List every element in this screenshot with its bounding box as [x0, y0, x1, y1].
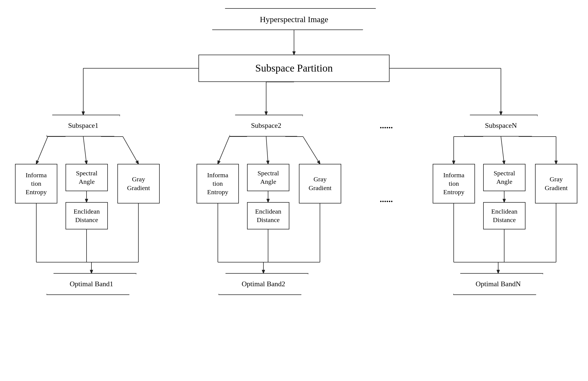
subspace-partition-label: Subspace Partition — [255, 61, 333, 75]
ellipses-subspace: ...... — [366, 117, 407, 134]
ellipses-subspace-label: ...... — [380, 120, 393, 131]
info-entropy1-node: InformationEntropy — [15, 164, 57, 203]
spectral-angle2-label: SpectralAngle — [257, 169, 279, 186]
euclidean1-label: EnclideanDistance — [74, 207, 100, 224]
euclideanN-label: EnclideanDistance — [491, 207, 518, 224]
optimal-band1-node: Optimal Band1 — [46, 273, 136, 295]
diagram: Hyperspectral Image Subspace Partition S… — [0, 0, 588, 381]
optimal-bandN-node: Optimal BandN — [453, 273, 543, 295]
info-entropy1-label: InformationEntropy — [26, 171, 47, 197]
subspaceN-node: SubspaceN — [464, 115, 538, 137]
info-entropy2-label: InformationEntropy — [207, 171, 228, 197]
subspace1-node: Subspace1 — [46, 115, 120, 137]
subspace2-label: Subspace2 — [251, 121, 281, 130]
spectral-angle1-label: SpectralAngle — [76, 169, 97, 186]
subspaceN-label: SubspaceN — [485, 121, 517, 130]
svg-line-11 — [123, 137, 138, 164]
svg-line-21 — [501, 137, 504, 164]
ellipses-middle-label: ...... — [380, 194, 393, 205]
gray-gradientN-node: GrayGradient — [535, 164, 577, 203]
euclidean1-node: EnclideanDistance — [66, 202, 108, 229]
svg-line-17 — [303, 137, 320, 164]
svg-line-9 — [83, 137, 87, 164]
spectral-angle1-node: SpectralAngle — [66, 164, 108, 191]
optimal-band2-label: Optimal Band2 — [242, 279, 285, 289]
subspace1-label: Subspace1 — [68, 121, 98, 130]
subspace2-node: Subspace2 — [229, 115, 303, 137]
info-entropyN-node: InformationEntropy — [433, 164, 475, 203]
spectral-angleN-label: SpectralAngle — [494, 169, 515, 186]
hyperspectral-image-node: Hyperspectral Image — [212, 8, 376, 30]
subspace-partition-node: Subspace Partition — [198, 55, 390, 82]
info-entropy2-node: InformationEntropy — [197, 164, 239, 203]
optimal-band1-label: Optimal Band1 — [70, 279, 113, 289]
info-entropyN-label: InformationEntropy — [443, 171, 464, 197]
optimal-bandN-label: Optimal BandN — [476, 279, 521, 289]
gray-gradient2-node: GrayGradient — [299, 164, 341, 203]
euclidean2-node: EnclideanDistance — [247, 202, 289, 229]
euclidean2-label: EnclideanDistance — [255, 207, 281, 224]
ellipses-middle: ...... — [366, 191, 407, 208]
svg-line-14 — [218, 137, 229, 164]
spectral-angleN-node: SpectralAngle — [483, 164, 525, 191]
gray-gradient2-label: GrayGradient — [309, 175, 332, 192]
hyperspectral-image-label: Hyperspectral Image — [260, 14, 328, 25]
optimal-band2-node: Optimal Band2 — [218, 273, 308, 295]
gray-gradient1-node: GrayGradient — [117, 164, 160, 203]
gray-gradient1-label: GrayGradient — [127, 175, 150, 192]
spectral-angle2-node: SpectralAngle — [247, 164, 289, 191]
svg-line-15 — [266, 137, 268, 164]
svg-line-8 — [36, 137, 48, 164]
gray-gradientN-label: GrayGradient — [545, 175, 568, 192]
euclideanN-node: EnclideanDistance — [483, 202, 525, 229]
